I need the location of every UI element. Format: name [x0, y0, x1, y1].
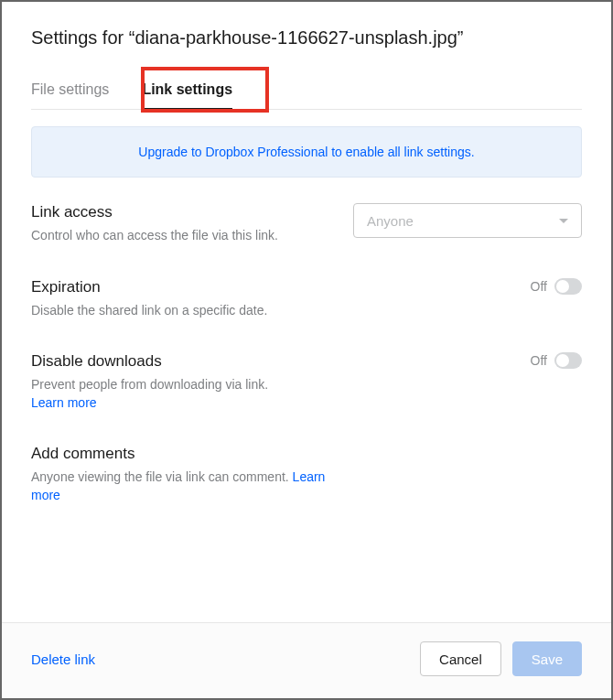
expiration-desc: Disable the shared link on a specific da… — [31, 302, 267, 320]
setting-link-access: Link access Control who can access the f… — [31, 203, 582, 245]
upgrade-banner-text: Upgrade to Dropbox Professional to enabl… — [138, 145, 474, 159]
tab-link-settings[interactable]: Link settings — [142, 74, 232, 109]
disable-downloads-learn-more[interactable]: Learn more — [31, 395, 97, 410]
disable-downloads-desc: Prevent people from downloading via link… — [31, 376, 268, 412]
footer-buttons: Cancel Save — [420, 641, 582, 676]
setting-left: Expiration Disable the shared link on a … — [31, 278, 267, 320]
tab-container: File settings Link settings — [31, 74, 582, 110]
dropdown-value: Anyone — [367, 213, 414, 229]
settings-modal: Settings for “diana-parkhouse-1166627-un… — [0, 0, 613, 700]
add-comments-title: Add comments — [31, 445, 342, 463]
disable-downloads-desc-text: Prevent people from downloading via link… — [31, 377, 268, 392]
disable-downloads-toggle[interactable] — [554, 352, 582, 369]
expiration-toggle-label: Off — [531, 279, 547, 294]
tabs: File settings Link settings — [31, 74, 582, 110]
disable-downloads-toggle-wrap: Off — [531, 352, 582, 369]
setting-left: Disable downloads Prevent people from do… — [31, 352, 268, 412]
add-comments-desc: Anyone viewing the file via link can com… — [31, 468, 342, 504]
expiration-title: Expiration — [31, 278, 267, 296]
modal-footer: Delete link Cancel Save — [2, 622, 611, 698]
chevron-down-icon — [559, 219, 568, 223]
tab-file-settings[interactable]: File settings — [31, 74, 109, 109]
setting-expiration: Expiration Disable the shared link on a … — [31, 278, 582, 320]
page-title: Settings for “diana-parkhouse-1166627-un… — [31, 27, 582, 48]
save-button[interactable]: Save — [512, 641, 582, 676]
upgrade-banner[interactable]: Upgrade to Dropbox Professional to enabl… — [31, 126, 582, 178]
delete-link[interactable]: Delete link — [31, 652, 95, 667]
disable-downloads-toggle-label: Off — [531, 353, 547, 368]
expiration-toggle[interactable] — [554, 278, 582, 295]
disable-downloads-title: Disable downloads — [31, 352, 268, 371]
link-access-desc: Control who can access the file via this… — [31, 227, 278, 245]
cancel-button[interactable]: Cancel — [420, 641, 501, 676]
add-comments-desc-text: Anyone viewing the file via link can com… — [31, 469, 293, 484]
link-access-dropdown[interactable]: Anyone — [353, 203, 582, 238]
setting-left: Add comments Anyone viewing the file via… — [31, 445, 342, 504]
setting-left: Link access Control who can access the f… — [31, 203, 278, 245]
setting-disable-downloads: Disable downloads Prevent people from do… — [31, 352, 582, 412]
setting-add-comments: Add comments Anyone viewing the file via… — [31, 445, 582, 504]
modal-content: Settings for “diana-parkhouse-1166627-un… — [2, 2, 611, 622]
link-access-title: Link access — [31, 203, 278, 221]
expiration-toggle-wrap: Off — [531, 278, 582, 295]
